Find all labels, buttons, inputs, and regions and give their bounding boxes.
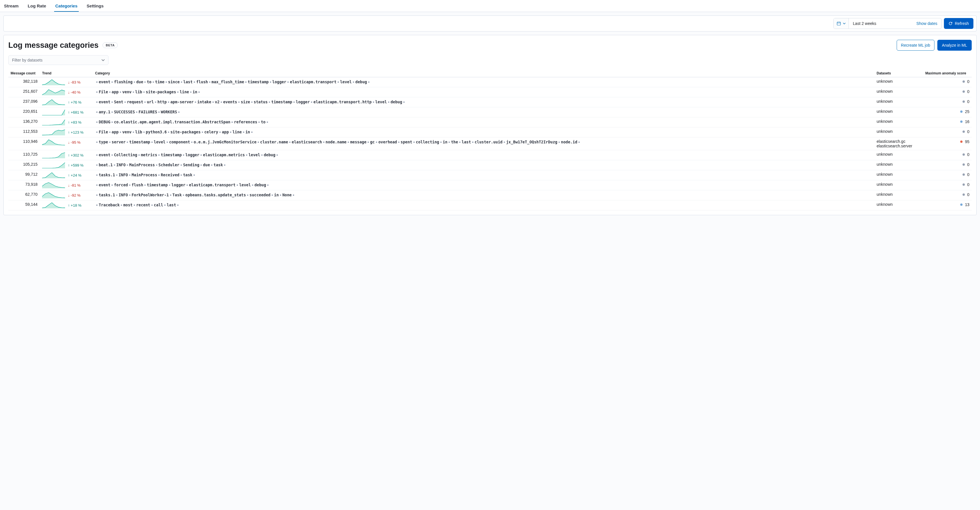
refresh-label: Refresh [955,21,969,26]
trend-cell: ↓ -92 % [40,190,93,200]
col-trend[interactable]: Trend [40,70,93,77]
page-title: Log message categories [8,41,99,50]
severity-dot-icon [963,91,965,93]
table-row[interactable]: 73,918↓ -81 %●event●forced●flush●timesta… [8,180,972,190]
datasets-cell: unknown [874,180,923,190]
table-row[interactable]: 220,651↑ +681 %●any.1●SUCCESSES●FAILURES… [8,107,972,118]
datasets-cell: unknown [874,97,923,107]
arrow-up-icon: ↑ +302 % [68,153,84,157]
tab-categories[interactable]: Categories [54,0,79,12]
refresh-icon [948,21,953,25]
severity-dot-icon [963,164,965,166]
datasets-cell: unknown [874,118,923,127]
col-category[interactable]: Category [93,70,874,77]
datasets-cell: unknown [874,87,923,97]
table-row[interactable]: 136,270↑ +83 %●DEBUG●co.elastic.apm.agen… [8,118,972,127]
severity-dot-icon [960,121,963,123]
category-tokens: ●event●Sent●request●url●http●apm-server●… [93,97,874,107]
message-count: 59,144 [8,200,40,210]
arrow-down-icon: ↓ -83 % [68,80,81,84]
severity-dot-icon [963,153,965,156]
trend-cell: ↑ +302 % [40,150,93,160]
tab-log-rate[interactable]: Log Rate [27,0,47,12]
arrow-up-icon: ↑ +599 % [68,163,84,167]
arrow-up-icon: ↑ +18 % [68,203,81,208]
anomaly-score: 0 [923,180,972,190]
arrow-down-icon: ↓ -92 % [68,193,81,197]
message-count: 110,725 [8,150,40,160]
trend-cell: ↑ +76 % [40,97,93,107]
severity-dot-icon [963,100,965,103]
trend-cell: ↑ +24 % [40,170,93,180]
message-count: 73,918 [8,180,40,190]
chevron-down-icon [101,59,105,62]
svg-rect-0 [837,22,840,25]
dataset-filter[interactable]: Filter by datasets [8,55,108,65]
trend-cell: ↓ -83 % [40,77,93,87]
arrow-up-icon: ↑ +681 % [68,110,84,114]
anomaly-score: 25 [923,107,972,118]
anomaly-score: 0 [923,190,972,200]
arrow-up-icon: ↑ +123 % [68,130,84,135]
message-count: 136,270 [8,118,40,127]
table-row[interactable]: 62,770↓ -92 %●tasks.1●INFO●ForkPoolWorke… [8,190,972,200]
datasets-cell: elasticsearch.gc elasticsearch.server [874,137,923,150]
table-row[interactable]: 112,553↑ +123 %●File●app●venv●lib●python… [8,127,972,137]
analyze-ml-button[interactable]: Analyze in ML [937,40,972,51]
chevron-down-icon [843,22,846,25]
filter-placeholder: Filter by datasets [12,58,43,62]
message-count: 237,096 [8,97,40,107]
trend-cell: ↑ +83 % [40,118,93,127]
datasets-cell: unknown [874,170,923,180]
table-row[interactable]: 99,712↑ +24 %●tasks.1●INFO●MainProcess●R… [8,170,972,180]
severity-dot-icon [963,183,965,186]
anomaly-score: 0 [923,87,972,97]
severity-dot-icon [963,130,965,133]
severity-dot-icon [963,80,965,83]
col-message-count[interactable]: Message count [8,70,40,77]
table-row[interactable]: 110,725↑ +302 %●event●Collecting●metrics… [8,150,972,160]
message-count: 112,553 [8,127,40,137]
anomaly-score: 0 [923,77,972,87]
category-tokens: ●any.1●SUCCESSES●FAILURES●WORKERS● [93,107,874,118]
tab-stream[interactable]: Stream [3,0,20,12]
message-count: 105,215 [8,160,40,170]
table-row[interactable]: 105,215↑ +599 %●beat.1●INFO●MainProcess●… [8,160,972,170]
message-count: 251,607 [8,87,40,97]
table-row[interactable]: 59,144↑ +18 %●Traceback●most●recent●call… [8,200,972,210]
calendar-button[interactable] [834,18,849,29]
trend-cell: ↑ +18 % [40,200,93,210]
datasets-cell: unknown [874,190,923,200]
table-row[interactable]: 110,946↓ -95 %●type●server●timestamp●lev… [8,137,972,150]
anomaly-score: 0 [923,97,972,107]
date-range-body[interactable]: Last 2 weeks Show dates [849,21,941,26]
severity-dot-icon [960,140,963,143]
category-tokens: ●event●flushing●due●to●time●since●last●f… [93,77,874,87]
recreate-ml-button[interactable]: Recreate ML job [897,40,934,51]
table-row[interactable]: 251,607↓ -40 %●File●app●venv●lib●site-pa… [8,87,972,97]
anomaly-score: 95 [923,137,972,150]
beta-badge: BETA [102,42,118,48]
category-tokens: ●Traceback●most●recent●call●last● [93,200,874,210]
show-dates-link[interactable]: Show dates [916,21,937,26]
datasets-cell: unknown [874,200,923,210]
datasets-cell: unknown [874,107,923,118]
tab-settings[interactable]: Settings [86,0,105,12]
message-count: 110,946 [8,137,40,150]
category-tokens: ●beat.1●INFO●MainProcess●Scheduler●Sendi… [93,160,874,170]
arrow-down-icon: ↓ -95 % [68,140,81,145]
datasets-cell: unknown [874,160,923,170]
col-score[interactable]: Maximum anomaly score [923,70,972,77]
severity-dot-icon [960,203,963,206]
trend-cell: ↓ -95 % [40,137,93,150]
category-tokens: ●DEBUG●co.elastic.apm.agent.impl.transac… [93,118,874,127]
col-datasets[interactable]: Datasets [874,70,923,77]
trend-cell: ↑ +681 % [40,107,93,118]
trend-cell: ↓ -81 % [40,180,93,190]
refresh-button[interactable]: Refresh [944,18,974,29]
calendar-icon [837,21,841,26]
table-row[interactable]: 237,096↑ +76 %●event●Sent●request●url●ht… [8,97,972,107]
table-row[interactable]: 382,118↓ -83 %●event●flushing●due●to●tim… [8,77,972,87]
date-picker[interactable]: Last 2 weeks Show dates [834,18,942,29]
message-count: 220,651 [8,107,40,118]
